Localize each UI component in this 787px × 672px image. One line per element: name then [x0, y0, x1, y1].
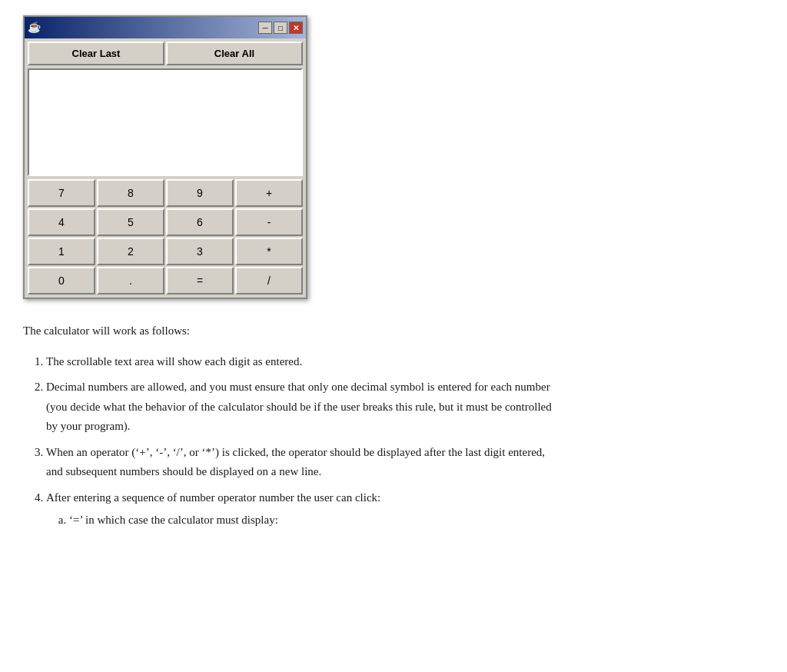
btn-minus[interactable]: -	[235, 208, 303, 236]
clear-all-button[interactable]: Clear All	[166, 42, 303, 65]
description-section: The calculator will work as follows: The…	[23, 322, 561, 531]
title-bar-buttons: ─ □ ✕	[258, 22, 303, 34]
btn-8[interactable]: 8	[97, 179, 164, 207]
btn-equals[interactable]: =	[166, 267, 234, 294]
app-icon: ☕	[28, 21, 42, 35]
btn-3[interactable]: 3	[166, 238, 234, 265]
minimize-button[interactable]: ─	[258, 22, 272, 34]
calculator-window: ☕ ─ □ ✕ Clear Last Clear All 7 8 9 + 4 5…	[23, 15, 307, 299]
description-intro: The calculator will work as follows:	[23, 322, 561, 340]
title-bar: ☕ ─ □ ✕	[25, 17, 306, 38]
btn-4[interactable]: 4	[28, 208, 95, 236]
calculator-body: Clear Last Clear All 7 8 9 + 4 5 6 - 1 2…	[25, 38, 306, 298]
sub-list-item-a: ‘=’ in which case the calculator must di…	[69, 511, 561, 531]
numpad: 7 8 9 + 4 5 6 - 1 2 3 * 0 . = /	[28, 179, 303, 294]
list-item-2: Decimal numbers are allowed, and you mus…	[46, 378, 561, 437]
btn-dot[interactable]: .	[97, 267, 164, 294]
btn-multiply[interactable]: *	[235, 238, 303, 265]
top-buttons-row: Clear Last Clear All	[28, 42, 303, 65]
sub-list: ‘=’ in which case the calculator must di…	[69, 511, 561, 531]
clear-last-button[interactable]: Clear Last	[28, 42, 164, 65]
btn-7[interactable]: 7	[28, 179, 95, 207]
title-bar-left: ☕	[28, 21, 42, 35]
btn-6[interactable]: 6	[166, 208, 234, 236]
btn-5[interactable]: 5	[97, 208, 164, 236]
list-item-1: The scrollable text area will show each …	[46, 352, 561, 372]
list-item-4: After entering a sequence of number oper…	[46, 488, 561, 531]
list-item-3: When an operator (‘+’, ‘-’, ‘/’, or ‘*’)…	[46, 443, 561, 482]
btn-2[interactable]: 2	[97, 238, 164, 265]
btn-divide[interactable]: /	[235, 267, 303, 294]
close-button[interactable]: ✕	[289, 22, 303, 34]
description-list: The scrollable text area will show each …	[46, 352, 561, 531]
btn-0[interactable]: 0	[28, 267, 95, 294]
btn-9[interactable]: 9	[166, 179, 234, 207]
maximize-button[interactable]: □	[274, 22, 287, 34]
btn-plus[interactable]: +	[235, 179, 303, 207]
calculator-display[interactable]	[28, 68, 303, 176]
btn-1[interactable]: 1	[28, 238, 95, 265]
